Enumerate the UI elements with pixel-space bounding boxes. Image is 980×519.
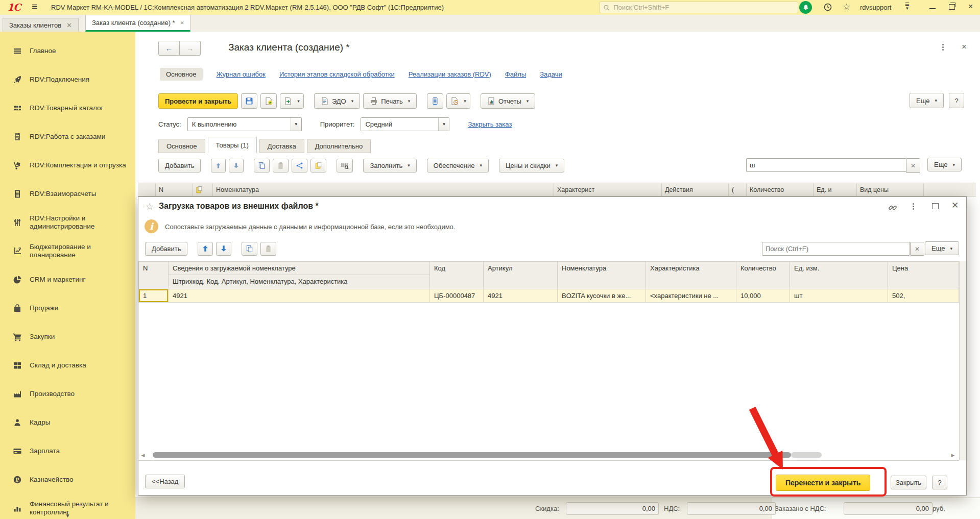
dialog-close-button[interactable]: Закрыть (891, 476, 926, 489)
save-button[interactable] (241, 93, 257, 109)
ordered-with-vat-field[interactable] (844, 502, 933, 515)
fill-button[interactable]: Заполнить (363, 159, 416, 172)
grid-col-unit[interactable]: Ед. и (814, 183, 857, 196)
dialog-move-down-button[interactable] (216, 242, 231, 256)
create-based-on-button[interactable] (280, 93, 304, 109)
tab-additional[interactable]: Дополнительно (307, 139, 371, 153)
sidebar-item-sales[interactable]: Продажи (0, 294, 135, 323)
dialog-move-up-button[interactable] (198, 242, 213, 256)
paste-button[interactable] (273, 159, 289, 172)
dialog-maximize-icon[interactable] (932, 203, 939, 209)
sidebar-item-rdv-shipping[interactable]: RDV:Комплектация и отгрузка (0, 151, 135, 180)
cell-info[interactable]: 4921 (169, 289, 430, 303)
move-up-button[interactable] (211, 159, 226, 172)
sidebar-item-treasury[interactable]: Р Казначейство (0, 465, 135, 494)
status-select[interactable]: К выполнению ▼ (187, 117, 302, 131)
cell-row-number[interactable]: 1 (139, 289, 169, 303)
sidebar-item-rdv-admin[interactable]: RDV:Настройки и администрирование (0, 208, 135, 237)
sidebar-item-warehouse[interactable]: Склад и доставка (0, 351, 135, 380)
priority-select[interactable]: Средний ▼ (361, 117, 449, 131)
sidebar-scroll-down-icon[interactable]: ▼ (0, 513, 135, 518)
dialog-search-input[interactable] (762, 242, 910, 256)
transfer-and-close-button[interactable]: Перенести и закрыть (776, 475, 870, 491)
grid-col-price-kind[interactable]: Вид цены (857, 183, 924, 196)
scroll-left-icon[interactable]: ◀ (139, 453, 147, 458)
user-menu-icon[interactable]: ≡▼ (905, 2, 910, 11)
sidebar-item-rdv-connections[interactable]: RDV:Подключения (0, 65, 135, 94)
nav-link-files[interactable]: Файлы (505, 70, 526, 78)
sidebar-item-hr[interactable]: Кадры (0, 408, 135, 437)
goods-selection-button[interactable] (310, 159, 326, 172)
back-arrow-button[interactable]: ← (158, 41, 180, 56)
help-button[interactable]: ? (949, 93, 964, 108)
global-search-input[interactable] (612, 3, 795, 12)
sidebar-item-rdv-settlements[interactable]: RDV:Взаиморасчеты (0, 180, 135, 208)
grid-col-cut[interactable]: ( (729, 183, 747, 196)
cell-price[interactable]: 502, (888, 289, 959, 303)
sidebar-item-budgeting[interactable]: ₽ Бюджетирование и планирование (0, 237, 135, 265)
share-split-button[interactable] (292, 159, 307, 172)
prices-discounts-button[interactable]: Цены и скидки (499, 159, 564, 172)
reports-button[interactable]: Отчеты (481, 93, 535, 109)
vertical-scrollbar[interactable] (959, 261, 966, 460)
tab-close-icon[interactable]: × (180, 19, 184, 27)
grid-col-actions[interactable]: Действия (662, 183, 729, 196)
tab-close-icon[interactable]: ✕ (66, 21, 72, 29)
goods-search-input[interactable] (746, 158, 906, 172)
dialog-copy-button[interactable] (242, 242, 257, 256)
goods-more-button[interactable]: Еще (927, 158, 962, 171)
grid-col-quantity[interactable]: Количество (747, 183, 814, 196)
dialog-menu-dots-icon[interactable] (913, 203, 914, 210)
post-and-close-button[interactable]: Провести и закрыть (158, 93, 238, 109)
add-row-button[interactable]: Добавить (158, 159, 201, 172)
doc-timing-button[interactable] (446, 93, 470, 109)
nav-link-tasks[interactable]: Задачи (540, 70, 562, 78)
scrollbar-thumb[interactable] (153, 452, 791, 458)
sidebar-item-salary[interactable]: Зарплата (0, 437, 135, 465)
sidebar-item-production[interactable]: Производство (0, 380, 135, 408)
sidebar-item-crm[interactable]: CRM и маркетинг (0, 265, 135, 294)
form-menu-dots-icon[interactable] (942, 44, 944, 51)
grid-col-nomenclature[interactable]: Номенклатура (213, 183, 554, 196)
form-close-icon[interactable]: × (962, 42, 967, 52)
favorite-star-icon[interactable]: ☆ (146, 201, 154, 212)
dialog-clear-search-icon[interactable]: ✕ (910, 242, 924, 256)
more-button[interactable]: Еще (910, 93, 944, 108)
sidebar-item-rdv-catalog[interactable]: RDV:Товарный каталог (0, 94, 135, 122)
nav-link-error-log[interactable]: Журнал ошибок (217, 70, 266, 78)
post-document-button[interactable] (260, 93, 277, 109)
move-down-button[interactable] (229, 159, 244, 172)
global-search[interactable] (600, 2, 798, 13)
cell-nomenclature[interactable]: BOZITA кусочки в же... (558, 289, 646, 303)
clear-search-icon[interactable]: ✕ (906, 158, 920, 173)
sidebar-item-rdv-orders[interactable]: RDV:Работа с заказами (0, 122, 135, 151)
dialog-help-button[interactable]: ? (932, 476, 947, 489)
main-menu-icon[interactable]: ≡ (32, 1, 37, 12)
tab-delivery[interactable]: Доставка (259, 139, 304, 153)
tab-goods[interactable]: Товары (1) (208, 137, 257, 153)
dialog-paste-button[interactable] (260, 242, 276, 256)
dialog-more-button[interactable]: Еще (925, 241, 959, 255)
cell-code[interactable]: ЦБ-00000487 (430, 289, 484, 303)
vat-field[interactable] (687, 502, 776, 515)
tab-main[interactable]: Основное (158, 139, 205, 153)
chevron-down-icon[interactable]: ▼ (291, 118, 301, 131)
chevron-down-icon[interactable]: ▼ (438, 118, 449, 131)
nav-link-order-sales[interactable]: Реализации заказов (RDV) (409, 70, 491, 78)
print-button[interactable]: Печать (363, 93, 417, 109)
supply-button[interactable]: Обеспечение (427, 159, 489, 172)
discount-field[interactable] (566, 502, 659, 515)
scrollbar-track[interactable] (147, 452, 949, 458)
tab-orders-list[interactable]: Заказы клиентов ✕ (3, 18, 79, 32)
window-minimize-button[interactable] (929, 8, 936, 9)
window-close-button[interactable]: × (968, 2, 973, 11)
cell-article[interactable]: 4921 (484, 289, 558, 303)
registers-button[interactable] (427, 93, 443, 109)
horizontal-scrollbar[interactable]: ◀ ▶ (139, 451, 957, 459)
barcode-scan-button[interactable] (337, 159, 353, 172)
close-order-link[interactable]: Закрыть заказ (468, 120, 512, 128)
sidebar-item-purchases[interactable]: Закупки (0, 323, 135, 351)
dialog-add-button[interactable]: Добавить (145, 242, 187, 256)
window-restore-button[interactable] (949, 4, 955, 10)
cell-quantity[interactable]: 10,000 (736, 289, 790, 303)
